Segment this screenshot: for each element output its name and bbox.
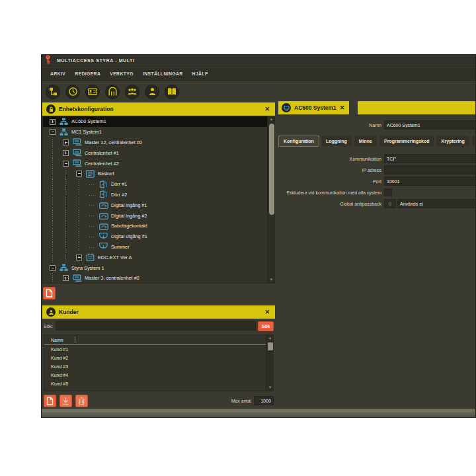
scroll-down-icon[interactable]: ▼ bbox=[268, 277, 275, 283]
tree-node[interactable]: MC1 System1 bbox=[43, 127, 267, 138]
collapse-icon[interactable] bbox=[50, 265, 56, 271]
tree-guide-line bbox=[65, 252, 66, 262]
digital-input-icon bbox=[99, 201, 108, 209]
device-tree-scrollbar[interactable]: ▲ ▼ bbox=[267, 116, 274, 283]
tab-loggning[interactable]: Loggning bbox=[321, 136, 352, 147]
port-input[interactable] bbox=[384, 177, 476, 186]
customer-row[interactable]: Kund #5 bbox=[44, 379, 262, 388]
tree-guide-line bbox=[52, 200, 53, 210]
communication-input[interactable] bbox=[384, 154, 476, 163]
menu-bar: ARKIVREDIGERAVERKTYGINSTÄLLNINGARHJÄLP bbox=[42, 67, 475, 81]
expand-icon[interactable] bbox=[63, 150, 69, 156]
search-button[interactable]: Sök bbox=[258, 321, 274, 331]
expand-icon[interactable] bbox=[63, 139, 69, 145]
tree-node-label: Sabotagekontakt bbox=[111, 223, 147, 229]
customers-table: Namn Kund #1Kund #2Kund #3Kund #4Kund #5… bbox=[44, 335, 274, 391]
customers-scrollbar[interactable]: ▲ ▼ bbox=[266, 335, 273, 391]
tab-systembehrighet[interactable]: Systembehörighet bbox=[471, 136, 476, 147]
delete-customer-button[interactable] bbox=[75, 395, 88, 407]
tree-node[interactable]: Styra System 1 bbox=[43, 262, 267, 273]
tree-node[interactable]: Digital ingång #2 bbox=[43, 210, 267, 221]
tab-kryptering[interactable]: Kryptering bbox=[436, 136, 469, 147]
tree-node[interactable]: Summer bbox=[43, 242, 267, 253]
toolbar-book-icon[interactable] bbox=[165, 85, 179, 99]
tree-node[interactable]: Dörr #2 bbox=[43, 190, 267, 200]
max-count-input[interactable] bbox=[254, 396, 274, 405]
tree-node-label: Styra System 1 bbox=[71, 265, 104, 271]
system-tab-close-icon[interactable]: ✕ bbox=[340, 104, 345, 111]
toolbar-device-tree-icon[interactable] bbox=[46, 85, 60, 99]
antipassback-label: Global antipassback bbox=[278, 202, 384, 206]
antipassback-mode-input[interactable] bbox=[397, 199, 476, 208]
tab-programmeringskod[interactable]: Programmeringskod bbox=[379, 136, 434, 147]
tree-node[interactable]: Dörr #1 bbox=[43, 179, 267, 190]
tree-guide-line bbox=[65, 169, 66, 179]
collapse-icon[interactable] bbox=[63, 161, 69, 167]
collapse-icon[interactable] bbox=[50, 129, 56, 135]
new-customer-button[interactable] bbox=[44, 395, 56, 407]
tree-node[interactable]: Digital ingång #1 bbox=[43, 200, 267, 210]
tree-node-label: Centralenhet #1 bbox=[85, 150, 119, 156]
tree-node[interactable]: Centralenhet #2 bbox=[43, 158, 267, 169]
tree-node[interactable]: Master 3, centralenhet #0 bbox=[43, 273, 267, 284]
customers-table-header[interactable]: Namn bbox=[44, 335, 273, 345]
tree-guide-line bbox=[65, 231, 66, 242]
board-icon bbox=[86, 170, 95, 178]
scroll-down-icon[interactable]: ▼ bbox=[266, 385, 274, 391]
tree-node-label: Digital ingång #2 bbox=[111, 213, 147, 219]
digital-input-icon bbox=[99, 222, 108, 230]
customers-panel-close-icon[interactable]: ✕ bbox=[263, 309, 271, 315]
menu-item-hjlp[interactable]: HJÄLP bbox=[188, 71, 213, 76]
toolbar-access-card-icon[interactable] bbox=[85, 85, 100, 99]
toolbar-gate-icon[interactable] bbox=[105, 85, 120, 99]
expand-icon[interactable] bbox=[76, 255, 82, 260]
tree-node[interactable]: AC600 System1 bbox=[43, 116, 267, 127]
tree-node-label: Summer bbox=[111, 244, 130, 250]
tree-node[interactable]: Baskort bbox=[43, 169, 267, 179]
customer-row[interactable]: Kund #3 bbox=[44, 362, 262, 371]
tree-branch-line bbox=[89, 216, 95, 216]
scroll-up-icon[interactable]: ▲ bbox=[268, 116, 275, 122]
ip-address-label: IP adress bbox=[278, 168, 384, 173]
tree-node[interactable]: Digital utgång #1 bbox=[43, 231, 267, 242]
system-tab[interactable]: AC600 System1 ✕ bbox=[278, 101, 349, 114]
toolbar-person-icon[interactable] bbox=[145, 85, 159, 99]
device-config-panel: Enhetskonfiguration ✕ AC600 System1MC1 S… bbox=[42, 102, 275, 284]
import-customer-button[interactable] bbox=[60, 395, 72, 407]
exclude-checkbox[interactable] bbox=[384, 188, 392, 196]
controller-icon bbox=[73, 159, 82, 167]
new-device-button[interactable] bbox=[43, 287, 56, 299]
tree-node-label: EDC-EXT Ver A bbox=[98, 255, 132, 260]
collapse-icon[interactable] bbox=[76, 171, 82, 177]
scroll-up-icon[interactable]: ▲ bbox=[266, 335, 274, 341]
toolbar-group-icon[interactable] bbox=[125, 85, 139, 99]
expand-icon[interactable] bbox=[50, 119, 56, 125]
customer-row[interactable]: Kund #2 bbox=[44, 354, 262, 362]
customer-search-input[interactable] bbox=[56, 321, 256, 331]
tree-node[interactable]: EDC-EXT Ver A bbox=[43, 252, 267, 262]
name-input[interactable] bbox=[384, 120, 476, 130]
tree-node[interactable]: Master 12, centralenhet #0 bbox=[43, 138, 267, 148]
exclude-row: Exkludera vid kommunikation med alla sys… bbox=[278, 188, 476, 197]
expand-icon[interactable] bbox=[63, 275, 69, 281]
tree-node[interactable]: Centralenhet #1 bbox=[43, 147, 267, 158]
scrollbar-thumb[interactable] bbox=[268, 342, 273, 350]
ip-address-input[interactable] bbox=[384, 165, 476, 175]
customer-row[interactable]: Kund #4 bbox=[44, 371, 262, 379]
tab-minne[interactable]: Minne bbox=[354, 136, 377, 147]
menu-item-verktyg[interactable]: VERKTYG bbox=[105, 71, 138, 76]
tree-node[interactable]: Sabotagekontakt bbox=[43, 221, 267, 231]
menu-item-arkiv[interactable]: ARKIV bbox=[46, 71, 70, 76]
tree-guide-line bbox=[52, 169, 53, 179]
communication-label: Kommunikation bbox=[278, 157, 384, 161]
device-panel-close-icon[interactable]: ✕ bbox=[263, 106, 271, 112]
column-header-namn[interactable]: Namn bbox=[44, 338, 63, 342]
customer-row[interactable]: Kund #1 bbox=[44, 345, 262, 354]
scrollbar-thumb[interactable] bbox=[269, 124, 274, 215]
menu-item-instllningar[interactable]: INSTÄLLNINGAR bbox=[138, 71, 188, 76]
menu-item-redigera[interactable]: REDIGERA bbox=[70, 71, 105, 76]
tree-node-label: Digital ingång #1 bbox=[111, 202, 147, 208]
tab-konfiguration[interactable]: Konfiguration bbox=[278, 136, 319, 147]
antipassback-count-input[interactable] bbox=[384, 199, 396, 208]
toolbar-clock-icon[interactable] bbox=[65, 85, 80, 99]
